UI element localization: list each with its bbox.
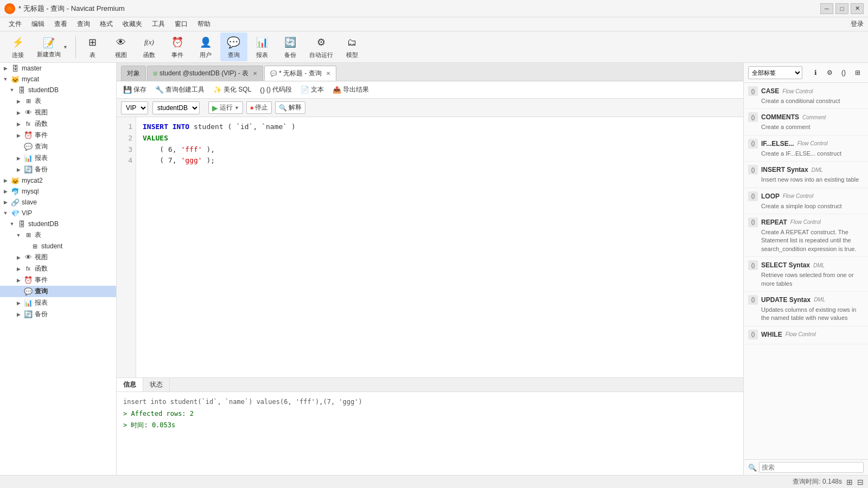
snippet-icon: () (748, 86, 758, 96)
sidebar-item-func-mycat[interactable]: ▶ fx 函数 (0, 118, 116, 130)
toolbar-new-query[interactable]: 📝 新建查询 ▼ (33, 33, 72, 61)
toolbar-user[interactable]: 👤 用户 (192, 33, 219, 61)
expand-icon: ▶ (15, 266, 22, 272)
sidebar-item-slave[interactable]: ▶ 🔗 slave (0, 197, 116, 208)
minimize-button[interactable]: ─ (820, 3, 833, 14)
sidebar-item-report-vip[interactable]: ▶ 📊 报表 (0, 297, 116, 309)
tab-object[interactable]: 对象 (121, 66, 146, 81)
snippet-title: UPDATE Syntax (761, 296, 810, 304)
toolbar-query[interactable]: 💬 查询 (220, 33, 247, 61)
grid-icon[interactable]: ⊞ (852, 67, 864, 79)
explain-button[interactable]: 🔍 解释 (275, 101, 305, 114)
tab-query-untitled[interactable]: 💬 * 无标题 - 查询 ✕ (264, 66, 336, 81)
run-dropdown-icon: ▼ (234, 105, 239, 111)
menu-help[interactable]: 帮助 (193, 18, 215, 30)
run-button[interactable]: ▶ 运行 ▼ (208, 101, 243, 114)
tab-close-query[interactable]: ✕ (326, 70, 330, 76)
sidebar-item-query-mycat[interactable]: 💬 查询 (0, 141, 116, 152)
stop-button[interactable]: ■ 停止 (246, 101, 272, 114)
code-editor[interactable]: 1 2 3 4 INSERT INTO student ( `id`, `nam… (117, 117, 743, 377)
save-button[interactable]: 💾 保存 (121, 84, 149, 95)
snippet-ifelse[interactable]: () IF...ELSE... Flow Control Create a IF… (744, 136, 868, 162)
menu-tools[interactable]: 工具 (148, 18, 169, 30)
sidebar-item-studentdb-vip[interactable]: ▼ 🗄 studentDB (0, 219, 116, 229)
sidebar-item-mysql[interactable]: ▶ 🐬 mysql (0, 186, 116, 197)
menu-format[interactable]: 格式 (95, 18, 117, 30)
sidebar-item-student-table[interactable]: ⊞ student (0, 241, 116, 252)
text-button[interactable]: 📄 文本 (298, 84, 326, 95)
sidebar-item-backup-vip[interactable]: ▶ 🔄 备份 (0, 309, 116, 320)
backup-label: 备份 (284, 51, 296, 59)
status-icon-grid[interactable]: ⊞ (846, 478, 853, 486)
menu-query[interactable]: 查询 (73, 18, 94, 30)
code-icon[interactable]: () (838, 67, 850, 79)
sidebar-item-query-vip[interactable]: 💬 查询 (0, 286, 116, 297)
export-result-button[interactable]: 📤 导出结果 (330, 84, 371, 95)
app-icon (4, 3, 15, 14)
snippet-while[interactable]: () WHILE Flow Control (744, 326, 868, 344)
tab-student-label: student @studentDB (VIP) - 表 (159, 69, 248, 78)
connection-select[interactable]: VIP (121, 101, 148, 114)
sidebar-item-view-mycat[interactable]: ▶ 👁 视图 (0, 107, 116, 118)
beautify-button[interactable]: ✨ 美化 SQL (211, 84, 253, 95)
toolbar-model[interactable]: 🗂 模型 (339, 33, 366, 61)
result-tab-info[interactable]: 信息 (117, 378, 143, 391)
toolbar-connect[interactable]: ⚡ 连接 (4, 33, 31, 61)
sidebar-item-label: slave (22, 198, 37, 206)
toolbar-event[interactable]: ⏰ 事件 (164, 33, 191, 61)
sidebar-item-table-vip[interactable]: ▼ ⊞ 表 (0, 229, 116, 241)
toolbar-divider-1 (75, 36, 76, 58)
sidebar-item-report-mycat[interactable]: ▶ 📊 报表 (0, 152, 116, 164)
tab-close-student[interactable]: ✕ (253, 70, 257, 76)
snippet-comments[interactable]: () COMMENTS Comment Create a comment (744, 109, 868, 135)
snippet-select[interactable]: () SELECT Syntax DML Retrieve rows selec… (744, 257, 868, 292)
toolbar-view[interactable]: 👁 视图 (107, 33, 135, 61)
sidebar-item-view-vip[interactable]: ▶ 👁 视图 (0, 252, 116, 263)
settings-icon[interactable]: ⚙ (824, 67, 835, 79)
toolbar-autorun[interactable]: ⚙ 自动运行 (305, 33, 337, 61)
code-wrap-button[interactable]: () () 代码段 (258, 84, 294, 95)
status-icon-list[interactable]: ⊟ (857, 478, 864, 486)
search-input[interactable] (759, 462, 864, 473)
tab-student-table[interactable]: ⊞ student @studentDB (VIP) - 表 ✕ (147, 66, 263, 81)
snippet-loop[interactable]: () LOOP Flow Control Create a simple loo… (744, 188, 868, 214)
model-icon: 🗂 (344, 35, 360, 50)
maximize-button[interactable]: □ (835, 3, 848, 14)
sidebar-item-event-mycat[interactable]: ▶ ⏰ 事件 (0, 130, 116, 141)
code-content[interactable]: INSERT INTO student ( `id`, `name` ) VAL… (136, 117, 743, 377)
database-select[interactable]: studentDB (152, 101, 200, 114)
menu-file[interactable]: 文件 (4, 18, 26, 30)
sidebar-item-backup-mycat[interactable]: ▶ 🔄 备份 (0, 164, 116, 175)
result-tab-status[interactable]: 状态 (143, 378, 170, 391)
right-panel-filter: 全部标签 DML Flow Control Syntax (748, 66, 802, 79)
sidebar-item-studentdb-mycat[interactable]: ▼ 🗄 studentDB (0, 85, 116, 95)
toolbar-backup[interactable]: 🔄 备份 (277, 33, 304, 61)
sidebar-item-master[interactable]: ▶ 🗄 master (0, 63, 116, 74)
sidebar-item-func-vip[interactable]: ▶ fx 函数 (0, 263, 116, 274)
query-builder-button[interactable]: 🔧 查询创建工具 (153, 84, 207, 95)
menu-view[interactable]: 查看 (50, 18, 72, 30)
menu-favorites[interactable]: 收藏夹 (118, 18, 146, 30)
sidebar-item-table-mycat[interactable]: ▶ ⊞ 表 (0, 95, 116, 107)
close-button[interactable]: ✕ (851, 3, 864, 14)
snippet-insert[interactable]: () INSERT Syntax DML Insert new rows int… (744, 162, 868, 188)
snippet-update[interactable]: () UPDATE Syntax DML Updates columns of … (744, 292, 868, 326)
toolbar-function[interactable]: f(x) 函数 (136, 33, 163, 61)
query-folder-icon: 💬 (24, 287, 33, 296)
sidebar-item-mycat2[interactable]: ▶ 🐱 mycat2 (0, 175, 116, 186)
menu-edit[interactable]: 编辑 (27, 18, 49, 30)
snippet-repeat[interactable]: () REPEAT Flow Control Create A REPEAT c… (744, 214, 868, 257)
toolbar-table[interactable]: ⊞ 表 (79, 33, 106, 61)
tag-filter-select[interactable]: 全部标签 DML Flow Control Syntax (748, 66, 802, 79)
login-label[interactable]: 登录 (851, 20, 864, 29)
snippet-case[interactable]: () CASE Flow Control Create a conditiona… (744, 83, 868, 109)
info-icon[interactable]: ℹ (809, 67, 821, 79)
sidebar-item-event-vip[interactable]: ▶ ⏰ 事件 (0, 274, 116, 286)
sidebar-item-mycat[interactable]: ▼ 🐱 mycat (0, 74, 116, 85)
toolbar-report[interactable]: 📊 报表 (248, 33, 276, 61)
user-icon: 👤 (198, 35, 213, 50)
sidebar-item-vip[interactable]: ▼ 💎 VIP (0, 208, 116, 219)
event-label: 事件 (171, 51, 183, 59)
model-label: 模型 (346, 51, 358, 59)
menu-window[interactable]: 窗口 (170, 18, 192, 30)
